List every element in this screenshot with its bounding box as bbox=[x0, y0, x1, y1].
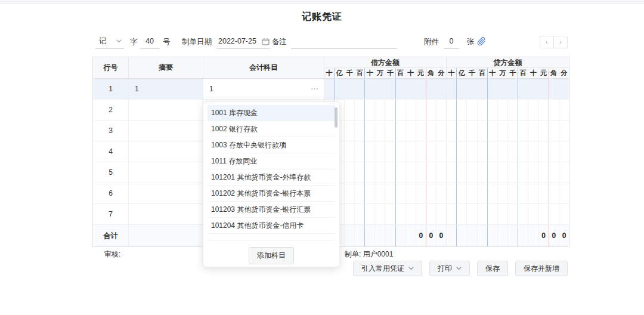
next-voucher-button[interactable]: › bbox=[554, 36, 567, 48]
digit-cell bbox=[375, 100, 385, 120]
attachment-label: 附件 bbox=[424, 37, 439, 47]
total-digit-cell bbox=[365, 225, 375, 246]
digit-cell bbox=[355, 204, 365, 224]
digit-header-cell: 千 bbox=[508, 68, 518, 78]
digit-cell bbox=[436, 204, 446, 224]
account-cell[interactable]: 1⋯ bbox=[203, 79, 324, 99]
account-option[interactable]: 1011 存放同业 bbox=[208, 153, 335, 169]
credit-amount-cell[interactable] bbox=[447, 100, 569, 120]
digit-cell bbox=[436, 100, 446, 120]
digit-cell bbox=[416, 204, 426, 224]
prev-voucher-button[interactable]: ‹ bbox=[540, 36, 554, 48]
digit-cell bbox=[365, 79, 375, 99]
debit-amount-cell[interactable] bbox=[324, 79, 447, 99]
digit-cell bbox=[549, 183, 559, 203]
account-option[interactable]: 1003 存放中央银行款项 bbox=[208, 137, 335, 153]
debit-amount-cell[interactable] bbox=[324, 162, 447, 183]
digit-cell bbox=[416, 162, 426, 183]
digit-cell bbox=[498, 79, 508, 99]
add-subject-button[interactable]: 添加科目 bbox=[249, 247, 294, 264]
ellipsis-icon[interactable]: ⋯ bbox=[311, 84, 319, 93]
row-number-cell: 2 bbox=[93, 100, 129, 120]
digit-cell bbox=[478, 100, 488, 120]
digit-cell bbox=[559, 121, 569, 141]
voucher-word-value: 记 bbox=[99, 36, 107, 47]
account-option[interactable]: 1002 银行存款 bbox=[208, 121, 335, 137]
debit-amount-cell[interactable] bbox=[324, 121, 447, 141]
digit-cell bbox=[559, 204, 569, 224]
digit-cell bbox=[528, 79, 538, 99]
account-option[interactable]: 101201 其他货币资金-外埠存款 bbox=[208, 169, 335, 186]
digit-cell bbox=[549, 141, 559, 162]
total-label: 合计 bbox=[93, 225, 129, 246]
voucher-no-input[interactable]: 40 bbox=[140, 34, 160, 49]
digit-cell bbox=[345, 204, 355, 224]
digit-cell bbox=[385, 141, 395, 162]
digit-cell bbox=[478, 204, 488, 224]
account-option[interactable]: 101203 其他货币资金-银行汇票 bbox=[208, 202, 335, 218]
digit-cell bbox=[385, 79, 395, 99]
digit-cell bbox=[355, 162, 365, 183]
credit-amount-cell[interactable] bbox=[447, 79, 569, 99]
voucher-word-select[interactable]: 记 bbox=[95, 34, 124, 49]
digit-cell bbox=[508, 121, 518, 141]
digit-cell bbox=[528, 183, 538, 203]
save-and-new-label: 保存并新增 bbox=[524, 264, 559, 274]
debit-amount-cell[interactable] bbox=[324, 141, 447, 162]
digit-cell bbox=[375, 183, 385, 203]
digit-cell bbox=[345, 162, 355, 183]
credit-amount-cell[interactable] bbox=[447, 121, 569, 141]
print-button[interactable]: 打印 bbox=[429, 261, 470, 276]
date-label: 制单日期 bbox=[182, 37, 212, 47]
digit-cell bbox=[518, 100, 528, 120]
chevron-down-icon bbox=[408, 267, 414, 270]
summary-cell[interactable] bbox=[129, 183, 203, 203]
attachment-count-input[interactable]: 0 bbox=[444, 34, 459, 49]
total-digit-cell bbox=[467, 225, 477, 246]
total-digit-cell: 0 bbox=[539, 225, 549, 246]
date-input[interactable]: 2022-07-25 bbox=[216, 34, 271, 49]
account-option[interactable]: 101202 其他货币资金-银行本票 bbox=[208, 186, 335, 202]
calendar-icon[interactable] bbox=[262, 38, 270, 45]
total-digit-cell bbox=[355, 225, 365, 246]
summary-cell[interactable] bbox=[129, 162, 203, 183]
digit-cell bbox=[345, 141, 355, 162]
digit-cell bbox=[467, 162, 477, 183]
digit-cell bbox=[396, 141, 406, 162]
summary-cell[interactable] bbox=[129, 121, 203, 141]
summary-cell[interactable] bbox=[129, 100, 203, 120]
credit-amount-cell[interactable] bbox=[447, 162, 569, 183]
total-digit-cell bbox=[488, 225, 498, 246]
total-digit-cell: 0 bbox=[559, 225, 569, 246]
note-input[interactable] bbox=[291, 34, 397, 49]
col-header-summary: 摘要 bbox=[129, 57, 203, 78]
save-button[interactable]: 保存 bbox=[477, 261, 508, 276]
digit-cell bbox=[549, 100, 559, 120]
dropdown-scrollbar[interactable] bbox=[335, 107, 338, 128]
debit-amount-cell[interactable] bbox=[324, 100, 447, 120]
account-option[interactable]: 1001 库存现金 bbox=[208, 105, 335, 121]
total-digit-cell bbox=[518, 225, 528, 246]
credit-digit-headers: 十亿千百十万千百十元角分 bbox=[447, 68, 569, 78]
debit-amount-cell[interactable] bbox=[324, 183, 447, 203]
digit-cell bbox=[375, 79, 385, 99]
paperclip-icon[interactable] bbox=[477, 37, 486, 46]
digit-cell bbox=[436, 141, 446, 162]
save-and-new-button[interactable]: 保存并新增 bbox=[515, 261, 568, 276]
digit-header-cell: 十 bbox=[365, 68, 375, 78]
credit-amount-cell[interactable] bbox=[447, 183, 569, 203]
summary-cell[interactable]: 1 bbox=[129, 79, 203, 99]
summary-cell[interactable] bbox=[129, 204, 203, 224]
credit-amount-cell[interactable] bbox=[447, 204, 569, 224]
debit-group-label: 借方金额 bbox=[324, 57, 446, 68]
account-option[interactable]: 101204 其他货币资金-信用卡 bbox=[208, 218, 335, 234]
import-common-voucher-button[interactable]: 引入常用凭证 bbox=[353, 261, 422, 276]
credit-amount-cell[interactable] bbox=[447, 141, 569, 162]
summary-cell[interactable] bbox=[129, 141, 203, 162]
digit-cell bbox=[436, 183, 446, 203]
digit-cell bbox=[406, 100, 416, 120]
debit-amount-cell[interactable] bbox=[324, 204, 447, 224]
row-number-cell: 4 bbox=[93, 141, 129, 162]
digit-header-cell: 元 bbox=[539, 68, 549, 78]
digit-cell bbox=[478, 162, 488, 183]
